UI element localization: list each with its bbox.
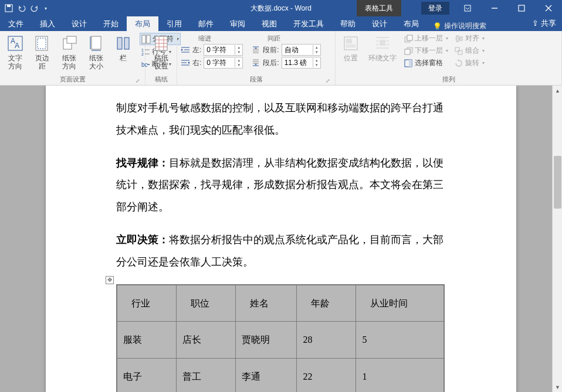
position-icon <box>341 34 360 53</box>
table-cell[interactable]: 电子 <box>117 358 177 392</box>
table-row[interactable]: 服装 店长 贾晓明 28 5 <box>117 322 444 359</box>
tell-me-search[interactable]: 💡 操作说明搜索 <box>427 21 492 31</box>
table-header-cell[interactable]: 年龄 <box>297 285 356 322</box>
svg-rect-51 <box>380 40 385 46</box>
document-canvas: 制度对手机号敏感数据的控制，以及互联网和移动端数据的跨平台打通技术难点，我们现实… <box>0 86 562 392</box>
align-label: 对齐 <box>465 33 479 43</box>
tab-home[interactable]: 开始 <box>95 16 127 31</box>
table-cell[interactable]: 贾晓明 <box>236 322 297 359</box>
lightbulb-icon: 💡 <box>433 22 442 30</box>
paragraph[interactable]: 制度对手机号敏感数据的控制，以及互联网和移动端数据的跨平台打通技术难点，我们现实… <box>116 97 453 142</box>
tab-table-layout[interactable]: 布局 <box>395 16 427 31</box>
ribbon-options-icon[interactable] <box>454 0 481 16</box>
table-header-cell[interactable]: 职位 <box>177 285 236 322</box>
tab-view[interactable]: 视图 <box>253 16 285 31</box>
svg-rect-68 <box>458 50 462 54</box>
group-page-setup: AA 文字方向 页边距 纸张方向 纸张大小 栏 <box>0 31 145 85</box>
indent-left-input[interactable]: ▲▼ <box>204 44 243 56</box>
table-cell[interactable]: 22 <box>297 358 356 392</box>
group-icon <box>454 46 463 56</box>
selection-pane-button[interactable]: 选择窗格 <box>402 57 449 69</box>
space-before-input[interactable]: ▲▼ <box>282 44 321 56</box>
tab-review[interactable]: 审阅 <box>222 16 253 31</box>
svg-rect-1 <box>7 5 11 7</box>
tab-mailings[interactable]: 邮件 <box>190 16 222 31</box>
svg-text:1: 1 <box>141 48 144 52</box>
margins-button[interactable]: 页边距 <box>31 33 54 72</box>
wrap-text-icon <box>373 34 392 53</box>
tab-table-design[interactable]: 设计 <box>364 16 395 31</box>
table-header-cell[interactable]: 从业时间 <box>356 285 444 322</box>
table-cell[interactable]: 1 <box>356 358 444 392</box>
paragraph[interactable]: 立即决策：将数据分析报告中的观点系统化或产品化，目前而言，大部分公司还是会依靠人… <box>116 229 453 274</box>
bring-forward-button[interactable]: 上移一层▾ <box>402 33 449 44</box>
wrap-text-button[interactable]: 环绕文字 <box>366 33 399 63</box>
paragraph[interactable]: 找寻规律：目标就是数据清理，从非结构化数据变成结构化数据，以便统计，数据探索，找… <box>116 152 453 219</box>
vertical-scrollbar[interactable]: ▲ ▼ <box>552 86 562 392</box>
text-direction-button[interactable]: AA 文字方向 <box>4 33 27 72</box>
table-cell[interactable]: 店长 <box>177 322 236 359</box>
table-row[interactable]: 行业 职位 姓名 年龄 从业时间 <box>117 285 444 322</box>
paragraph-launcher-icon[interactable]: ⤢ <box>326 78 330 84</box>
tell-me-label: 操作说明搜索 <box>444 21 486 31</box>
table-move-handle[interactable]: ✥ <box>106 276 114 284</box>
undo-icon[interactable] <box>18 4 26 12</box>
maximize-button[interactable] <box>508 0 535 16</box>
size-button[interactable]: 纸张大小 <box>84 33 108 72</box>
share-button[interactable]: ⇪ 共享 <box>532 18 556 29</box>
text-direction-label: 文字方向 <box>6 54 25 71</box>
tab-layout[interactable]: 布局 <box>127 16 158 31</box>
scroll-up-icon[interactable]: ▲ <box>553 86 562 96</box>
tab-developer[interactable]: 开发工具 <box>285 16 332 31</box>
tab-design[interactable]: 设计 <box>63 16 95 31</box>
manuscript-settings-button[interactable]: 稿纸 设置 <box>150 33 173 72</box>
wrap-label: 环绕文字 <box>368 54 397 62</box>
table-row[interactable]: 电子 普工 李通 22 1 <box>117 358 444 392</box>
group-label-paragraph: 段落⤢ <box>181 74 331 85</box>
page-setup-launcher-icon[interactable]: ⤢ <box>136 78 140 84</box>
table-cell[interactable]: 28 <box>297 322 356 359</box>
table-cell[interactable]: 5 <box>356 322 444 359</box>
tab-file[interactable]: 文件 <box>0 16 32 31</box>
tab-references[interactable]: 引用 <box>158 16 190 31</box>
qat-customize-icon[interactable]: ▾ <box>45 6 47 11</box>
table-cell[interactable]: 普工 <box>177 358 236 392</box>
save-icon[interactable] <box>5 4 13 12</box>
table-header-cell[interactable]: 行业 <box>117 285 177 322</box>
group-button[interactable]: 组合▾ <box>453 45 486 56</box>
svg-rect-2 <box>465 5 470 11</box>
tab-insert[interactable]: 插入 <box>32 16 63 31</box>
svg-rect-10 <box>36 36 48 50</box>
table-cell[interactable]: 李通 <box>236 358 297 392</box>
send-backward-button[interactable]: 下移一层▾ <box>402 45 449 56</box>
indent-right-input[interactable]: ▲▼ <box>204 57 243 69</box>
margins-label: 页边距 <box>33 54 52 71</box>
columns-button[interactable]: 栏 <box>111 33 135 63</box>
align-button[interactable]: 对齐▾ <box>453 33 486 44</box>
position-button[interactable]: 位置 <box>339 33 363 63</box>
selection-pane-label: 选择窗格 <box>415 58 443 68</box>
close-button[interactable] <box>535 0 562 16</box>
document-body[interactable]: 制度对手机号敏感数据的控制，以及互联网和移动端数据的跨平台打通技术难点，我们现实… <box>116 97 453 392</box>
margins-icon <box>33 34 52 53</box>
svg-rect-59 <box>407 35 412 40</box>
space-after-input[interactable]: ▲▼ <box>282 57 321 69</box>
redo-icon[interactable] <box>31 4 39 12</box>
scrollbar-thumb[interactable] <box>554 156 561 209</box>
quick-access-toolbar: ▾ <box>0 4 47 12</box>
rotate-label: 旋转 <box>465 58 479 68</box>
tab-help[interactable]: 帮助 <box>332 16 364 31</box>
table-header-cell[interactable]: 姓名 <box>236 285 297 322</box>
selection-pane-icon <box>404 59 413 68</box>
table-cell[interactable]: 服装 <box>117 322 177 359</box>
paragraph-bold-lead: 找寻规律： <box>116 157 169 169</box>
data-table[interactable]: 行业 职位 姓名 年龄 从业时间 服装 店长 贾晓明 28 5 电子 <box>116 284 445 392</box>
rotate-button[interactable]: 旋转▾ <box>453 57 486 69</box>
orientation-button[interactable]: 纸张方向 <box>57 33 81 72</box>
login-button[interactable]: 登录 <box>421 2 449 15</box>
document-page[interactable]: 制度对手机号敏感数据的控制，以及互联网和移动端数据的跨平台打通技术难点，我们现实… <box>46 86 516 392</box>
align-icon <box>454 34 463 43</box>
svg-rect-66 <box>460 37 462 40</box>
minimize-button[interactable] <box>481 0 508 16</box>
scroll-down-icon[interactable]: ▼ <box>553 382 562 392</box>
